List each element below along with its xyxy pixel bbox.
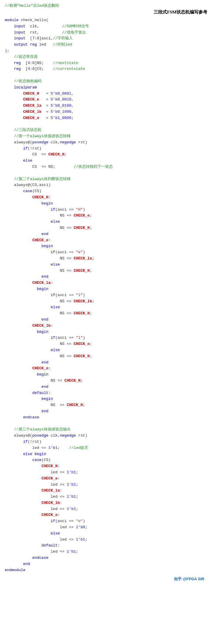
code-line: end (5, 408, 148, 415)
top-row: //检测"Hello"后led状态翻转 module check_hello( … (5, 3, 207, 573)
code-line: NS <= CHECK_o; (5, 341, 148, 347)
code-line: else (5, 262, 148, 268)
code-line: //状态寄存器 (5, 54, 148, 60)
code-line: begin (5, 201, 148, 207)
code-line: begin (5, 372, 148, 378)
code-line: else (5, 219, 148, 225)
code-line: //三段式状态机 (5, 127, 148, 133)
code-line: NS <= CHECK_H; (5, 268, 148, 274)
footer-brand: 知乎 @FPGA SIR (174, 576, 204, 582)
code-line: end (5, 317, 148, 323)
code-line: NS <= CHECK_H; (5, 402, 148, 408)
code-line: default: (5, 390, 148, 396)
code-line: else begin (5, 451, 148, 457)
code-line: always@(posedge clk,negedge rst) (5, 140, 148, 146)
code-line: CHECK_o: (5, 512, 148, 518)
code-line (5, 170, 148, 176)
code-line: NS <= CHECK_H; (5, 311, 148, 317)
code-line: else (5, 304, 148, 311)
code-line: begin (5, 396, 148, 402)
code-line: NS <= CHECK_H; (5, 225, 148, 231)
code-line: CHECK_la = 5'b0_0100, (5, 103, 148, 109)
code-line: reg [4:0]CS; //currentstate (5, 66, 148, 72)
code-line: begin (5, 329, 148, 335)
code-line (5, 121, 148, 127)
code-line: end (5, 561, 148, 567)
code-line: output reg led //控制led (5, 42, 148, 48)
code-line: //状态独热编码 (5, 78, 148, 85)
code-line: NS <= CHECK_lb; (5, 298, 148, 305)
code-line: led <= 1'b1; (5, 549, 148, 555)
code-line: else (5, 531, 148, 537)
code-line: CHECK_H: (5, 194, 148, 201)
code-line: input [7:0]asci,//字符输入 (5, 36, 148, 42)
code-line: end (5, 274, 148, 280)
code-line: default: (5, 543, 148, 549)
code-line: CHECK_H = 5'b0_0001, (5, 91, 148, 97)
code-line: if(!rst) (5, 146, 148, 152)
code-line: endmodule (5, 567, 148, 573)
page-container: //检测"Hello"后led状态翻转 module check_hello( … (0, 0, 212, 588)
code-line: CHECK_la: (5, 488, 148, 494)
code-line: led <= 1'b1; (5, 494, 148, 500)
side-title: 三段式FSM状态机编写参考 (154, 9, 207, 16)
code-line: else (5, 347, 148, 353)
code-line: CHECK_o = 5'b1_0000; (5, 115, 148, 121)
code-line: led <= 1'b1; //led熄灭 (5, 445, 148, 451)
code-line: NS <= CHECK_H; (5, 353, 148, 360)
code-line: reg [4:0]NS; //nextstate (5, 60, 148, 66)
code-line: if(asci == "H") (5, 207, 148, 213)
code-line: //第二个always块判断状态转移 (5, 176, 148, 182)
code-line: led <= 1'b1; (5, 482, 148, 488)
code-line: led <= 1'b1; (5, 506, 148, 512)
code-line: NS <= CHECK_la; (5, 256, 148, 262)
code-block: //检测"Hello"后led状态翻转 module check_hello( … (5, 3, 148, 573)
code-line: led <= 1'b0; (5, 524, 148, 531)
title-comment: //检测"Hello"后led状态翻转 (5, 3, 148, 9)
code-line: CHECK_lb: (5, 500, 148, 506)
code-line: CHECK_e: (5, 476, 148, 482)
code-line: CHECK_H: (5, 463, 148, 469)
code-line: case(CS) (5, 457, 148, 463)
code-line: end (5, 231, 148, 237)
code-line: led <= 1'b1; (5, 537, 148, 543)
code-line (5, 72, 148, 78)
code-line (5, 11, 148, 17)
code-line: module check_hello( (5, 17, 148, 24)
code-line: else (5, 158, 148, 164)
code-line: CS <= NS; //状态转移到下一状态 (5, 164, 148, 170)
code-line: NS <= CHECK_e; (5, 213, 148, 219)
code-line: //第三个always块描述状态输出 (5, 427, 148, 433)
code-line: CHECK_lb: (5, 323, 148, 329)
code-line: always@(posedge clk,negedge rst) (5, 433, 148, 439)
code-line: //第一个always块描述状态转移 (5, 133, 148, 140)
code-line: if(asci == "o") (5, 518, 148, 524)
code-line: begin (5, 243, 148, 249)
code-line: input rst, //低电平复位 (5, 30, 148, 36)
code-line: if(asci == "e") (5, 249, 148, 256)
code-line: endcase (5, 555, 148, 561)
code-line: NS <= CHECK_H; (5, 378, 148, 384)
code-line: CHECK_o: (5, 365, 148, 372)
code-line: CHECK_e: (5, 237, 148, 244)
code-line: always@(CS,asci) (5, 182, 148, 188)
code-line: endcase (5, 415, 148, 421)
code-line: end (5, 360, 148, 366)
code-content: module check_hello( input clk, //50M时钟信号… (5, 11, 148, 573)
code-line: CHECK_lb = 5'b0_1000, (5, 109, 148, 115)
code-line: begin (5, 286, 148, 292)
code-line: ); (5, 48, 148, 54)
code-line: end (5, 384, 148, 390)
code-line: CS <= CHECK_H; (5, 152, 148, 158)
footer: 知乎 @FPGA SIR (5, 576, 207, 582)
code-line: input clk, //50M时钟信号 (5, 24, 148, 30)
code-line: CHECK_e = 5'b0_0010, (5, 97, 148, 103)
code-line (5, 421, 148, 427)
code-line: CHECK_la: (5, 280, 148, 286)
code-line: if(asci == "l") (5, 335, 148, 341)
code-line: localparam (5, 85, 148, 91)
code-line: if(!rst) (5, 439, 148, 445)
code-line: if(asci == "l") (5, 292, 148, 298)
code-line: led <= 1'b1; (5, 469, 148, 476)
code-line: case(CS) (5, 188, 148, 194)
